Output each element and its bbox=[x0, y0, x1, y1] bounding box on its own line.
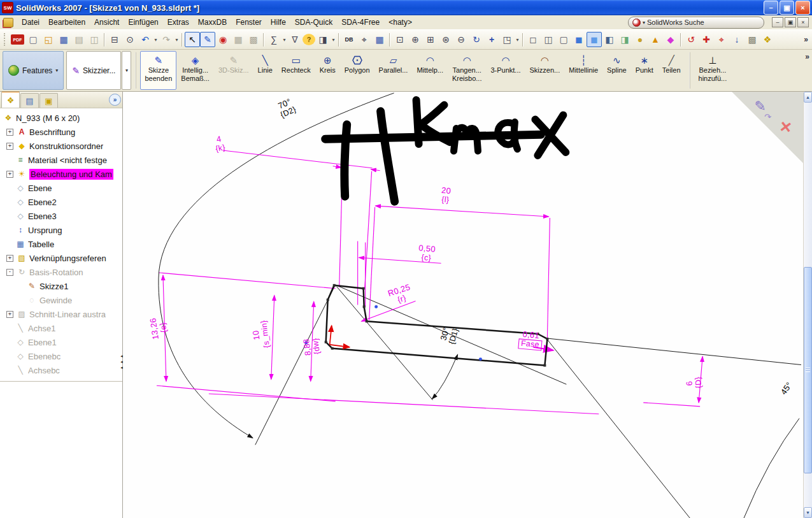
grid-icon[interactable]: ▦ bbox=[231, 32, 246, 47]
red-cross-icon[interactable]: ✚ bbox=[699, 32, 714, 47]
intelligente-bemassung-button[interactable]: ◈ Intellig... Bemaß... bbox=[176, 51, 214, 90]
new-document-icon[interactable]: ▢ bbox=[25, 32, 41, 47]
tab-features[interactable]: Features ▾ bbox=[3, 51, 64, 90]
punkt-button[interactable]: ∗ Punkt bbox=[631, 51, 658, 90]
menu-fenster[interactable]: Fenster bbox=[231, 16, 266, 29]
child-minimize-button[interactable]: ‒ bbox=[772, 17, 783, 27]
zoom-window-icon[interactable]: ⊞ bbox=[423, 32, 438, 47]
pdf-export-icon[interactable]: PDF bbox=[11, 34, 24, 45]
shaded-icon[interactable]: ◼ bbox=[587, 32, 602, 47]
menu-datei[interactable]: Datei bbox=[17, 16, 44, 29]
expand-icon[interactable]: + bbox=[6, 129, 13, 136]
undo-icon[interactable]: ↶ bbox=[138, 32, 153, 47]
menu-einfuegen[interactable]: Einfügen bbox=[124, 16, 162, 29]
select-icon[interactable]: ↖ bbox=[185, 32, 200, 47]
beziehung-hinzufuegen-button[interactable]: ⊥ Bezieh... hinzufü... bbox=[694, 51, 732, 90]
help-icon[interactable]: ? bbox=[303, 34, 315, 45]
menu-extras[interactable]: Extras bbox=[163, 16, 194, 29]
zoom-to-selection-icon[interactable]: ⊛ bbox=[438, 32, 453, 47]
sketch-profile[interactable] bbox=[326, 285, 548, 366]
dimension-6-d[interactable]: 6{D} bbox=[685, 376, 704, 389]
tangentenkreisbogen-button[interactable]: ◠ Tangen... Kreisbo... bbox=[448, 51, 486, 90]
tree-item-ebenebc[interactable]: ◇ Ebenebc bbox=[1, 349, 122, 363]
menu-hilfe[interactable]: Hilfe bbox=[266, 16, 290, 29]
tab-propertymanager[interactable]: ▤ bbox=[20, 93, 39, 108]
document-system-icon[interactable] bbox=[3, 18, 13, 27]
menu-sda-quick[interactable]: SDA-Quick bbox=[290, 16, 337, 29]
draft-analysis-icon[interactable]: ▲ bbox=[648, 32, 663, 47]
features-dropdown-icon[interactable]: ▾ bbox=[55, 68, 58, 73]
save-marked-icon[interactable]: ↓ bbox=[729, 32, 744, 47]
tree-item-basis-rotation[interactable]: - ↻ Basis-Rotation bbox=[1, 265, 122, 279]
realview-icon[interactable]: ● bbox=[632, 32, 648, 47]
tree-item-tabelle[interactable]: ▦ Tabelle bbox=[1, 237, 122, 251]
menu-sda-4free[interactable]: SDA-4Free bbox=[337, 16, 384, 29]
db-icon[interactable]: DB bbox=[341, 32, 357, 47]
menu-ansicht[interactable]: Ansicht bbox=[90, 16, 124, 29]
child-restore-button[interactable]: ▣ bbox=[785, 17, 796, 27]
linie-button[interactable]: ╲ Linie bbox=[253, 51, 277, 90]
model-search-icon[interactable]: ⌖ bbox=[357, 32, 372, 47]
menu-maxxdb[interactable]: MaxxDB bbox=[194, 16, 231, 29]
dimension-050-c[interactable]: 0,50{c} bbox=[418, 243, 436, 263]
zoom-to-fit-icon[interactable]: ⊡ bbox=[392, 32, 408, 47]
mittellinie-button[interactable]: ┆ Mittellinie bbox=[564, 51, 602, 90]
tree-item-ebene1[interactable]: ◇ Ebene1 bbox=[1, 335, 122, 349]
rotate-view-icon[interactable]: ↻ bbox=[469, 32, 484, 47]
undo-dropdown-icon[interactable] bbox=[153, 32, 159, 47]
teilen-button[interactable]: ╱ Teilen bbox=[658, 51, 685, 90]
shadows-icon[interactable]: ◧ bbox=[602, 32, 617, 47]
tree-item-beschriftung[interactable]: + A Beschriftung bbox=[1, 125, 122, 139]
tree-item-achse1[interactable]: ╲ Achse1 bbox=[1, 321, 122, 335]
tree-item-beleuchtung[interactable]: + ☀ Beleuchtung und Kam bbox=[1, 167, 122, 181]
tree-item-achsebc[interactable]: ╲ Achsebc bbox=[1, 363, 122, 377]
rebuild-icon[interactable]: ◉ bbox=[215, 32, 231, 47]
save-icon[interactable]: ▦ bbox=[56, 32, 71, 47]
tree-item-konstruktionsordner[interactable]: + ◆ Konstruktionsordner bbox=[1, 139, 122, 153]
tree-item-ebene[interactable]: ◇ Ebene bbox=[1, 181, 122, 195]
redo-dropdown-icon[interactable] bbox=[174, 32, 180, 47]
collapse-icon[interactable]: - bbox=[6, 269, 13, 276]
scroll-down-icon[interactable]: ▼ bbox=[804, 507, 812, 518]
print-icon[interactable]: ⊟ bbox=[107, 32, 122, 47]
zoom-in-icon[interactable]: ⊕ bbox=[408, 32, 423, 47]
expand-icon[interactable]: + bbox=[6, 143, 13, 150]
tab-featuremanager[interactable]: ❖ bbox=[1, 92, 20, 108]
expand-icon[interactable]: + bbox=[6, 311, 13, 318]
task-pane-dropdown-icon[interactable] bbox=[331, 32, 336, 47]
hidden-lines-visible-icon[interactable]: ◫ bbox=[541, 32, 556, 47]
dimension-20-l[interactable]: 20{l} bbox=[440, 186, 452, 205]
selection-filter-icon[interactable]: ∇ bbox=[287, 32, 303, 47]
section-view-icon[interactable]: ◨ bbox=[617, 32, 632, 47]
parallelogramm-button[interactable]: ▱ Parallel... bbox=[374, 51, 413, 90]
3-punkt-bogen-button[interactable]: ◠ 3-Punkt... bbox=[486, 51, 525, 90]
restore-button[interactable]: ▣ bbox=[780, 1, 794, 15]
pan-icon[interactable]: + bbox=[484, 32, 499, 47]
shaded-with-edges-icon[interactable]: ◼ bbox=[571, 32, 587, 47]
tab-skizzier[interactable]: ✎ Skizzier... bbox=[66, 51, 121, 90]
tree-item-ursprung[interactable]: ↕ Ursprung bbox=[1, 223, 122, 237]
menu-haty[interactable]: <haty> bbox=[384, 16, 417, 29]
skizzier-dropdown-icon[interactable]: ▾ bbox=[122, 51, 131, 90]
panel-overflow-icon[interactable]: » bbox=[109, 94, 121, 106]
redo-icon[interactable]: ↷ bbox=[159, 32, 174, 47]
vertical-scrollbar[interactable]: ▲ ▼ bbox=[803, 92, 812, 518]
expand-icon[interactable]: + bbox=[6, 171, 13, 178]
rechteck-button[interactable]: ▭ Rechteck bbox=[277, 51, 315, 90]
search-dropdown-icon[interactable]: ▾ bbox=[643, 20, 645, 25]
save-search-icon[interactable]: ▦ bbox=[372, 32, 387, 47]
polygon-button[interactable]: Polygon bbox=[340, 51, 374, 90]
display-lights-icon[interactable]: ❖ bbox=[760, 32, 775, 47]
rollback-icon[interactable]: ↺ bbox=[683, 32, 699, 47]
check-errors-icon[interactable]: ⌖ bbox=[714, 32, 729, 47]
task-pane-icon[interactable]: ◨ bbox=[315, 32, 331, 47]
tree-item-gewinde[interactable]: ◌ Gewinde bbox=[1, 293, 122, 307]
dimension-888-dw[interactable]: 8,88{dw} bbox=[302, 337, 322, 356]
dimension-061-fase[interactable]: 0,61Fase bbox=[518, 329, 543, 350]
tree-item-verknuepfungsreferenzen[interactable]: + ▧ Verknüpfungsreferen bbox=[1, 251, 122, 265]
tree-item-schnitt-linear[interactable]: + ▨ Schnitt-Linear austra bbox=[1, 307, 122, 321]
scroll-up-icon[interactable]: ▲ bbox=[804, 92, 812, 103]
wireframe-icon[interactable]: ◻ bbox=[525, 32, 541, 47]
measure-dropdown-icon[interactable] bbox=[281, 32, 287, 47]
toolbar-overflow-icon[interactable]: » bbox=[801, 35, 811, 44]
